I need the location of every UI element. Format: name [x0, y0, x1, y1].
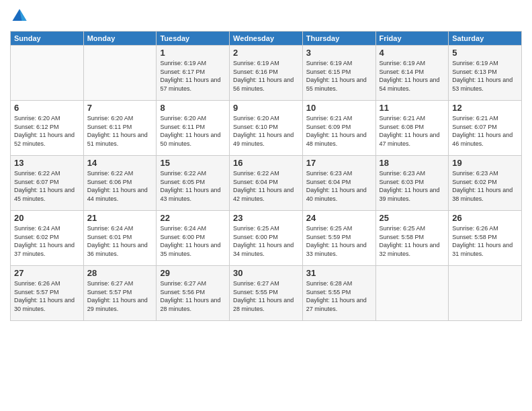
day-cell: 1Sunrise: 6:19 AMSunset: 6:17 PMDaylight…	[157, 46, 230, 101]
cell-info: Sunrise: 6:26 AMSunset: 5:57 PMDaylight:…	[14, 279, 80, 313]
day-number: 22	[160, 213, 226, 223]
week-row-4: 27Sunrise: 6:26 AMSunset: 5:57 PMDayligh…	[11, 266, 522, 321]
day-number: 27	[14, 268, 80, 278]
day-cell: 4Sunrise: 6:19 AMSunset: 6:14 PMDaylight…	[375, 46, 449, 101]
col-saturday: Saturday	[449, 32, 522, 46]
day-number: 1	[160, 48, 226, 58]
day-cell: 25Sunrise: 6:25 AMSunset: 5:58 PMDayligh…	[375, 211, 449, 266]
day-cell: 16Sunrise: 6:22 AMSunset: 6:04 PMDayligh…	[230, 156, 303, 211]
day-number: 10	[306, 103, 372, 113]
day-cell: 17Sunrise: 6:23 AMSunset: 6:04 PMDayligh…	[302, 156, 375, 211]
col-monday: Monday	[83, 32, 157, 46]
week-row-3: 20Sunrise: 6:24 AMSunset: 6:02 PMDayligh…	[11, 211, 522, 266]
cell-info: Sunrise: 6:23 AMSunset: 6:02 PMDaylight:…	[452, 169, 518, 203]
day-number: 11	[380, 103, 445, 113]
day-number: 3	[306, 48, 372, 58]
col-tuesday: Tuesday	[157, 32, 230, 46]
header	[10, 7, 522, 26]
day-cell: 30Sunrise: 6:27 AMSunset: 5:55 PMDayligh…	[230, 266, 303, 321]
day-cell	[11, 46, 84, 101]
day-cell: 31Sunrise: 6:28 AMSunset: 5:55 PMDayligh…	[302, 266, 375, 321]
day-cell: 26Sunrise: 6:26 AMSunset: 5:58 PMDayligh…	[449, 211, 522, 266]
col-thursday: Thursday	[302, 32, 375, 46]
week-row-2: 13Sunrise: 6:22 AMSunset: 6:07 PMDayligh…	[11, 156, 522, 211]
cell-info: Sunrise: 6:22 AMSunset: 6:07 PMDaylight:…	[14, 169, 80, 203]
logo-icon	[10, 7, 29, 26]
cell-info: Sunrise: 6:26 AMSunset: 5:58 PMDaylight:…	[452, 224, 518, 258]
day-cell	[375, 266, 449, 321]
day-cell: 10Sunrise: 6:21 AMSunset: 6:09 PMDayligh…	[302, 101, 375, 156]
day-cell: 12Sunrise: 6:21 AMSunset: 6:07 PMDayligh…	[449, 101, 522, 156]
day-cell: 28Sunrise: 6:27 AMSunset: 5:57 PMDayligh…	[83, 266, 157, 321]
header-row: Sunday Monday Tuesday Wednesday Thursday…	[11, 32, 522, 46]
day-number: 9	[233, 103, 299, 113]
cell-info: Sunrise: 6:23 AMSunset: 6:04 PMDaylight:…	[306, 169, 372, 203]
day-number: 4	[380, 48, 445, 58]
cell-info: Sunrise: 6:22 AMSunset: 6:04 PMDaylight:…	[233, 169, 299, 203]
day-number: 16	[233, 158, 299, 168]
day-cell: 6Sunrise: 6:20 AMSunset: 6:12 PMDaylight…	[11, 101, 84, 156]
day-number: 30	[233, 268, 299, 278]
cell-info: Sunrise: 6:27 AMSunset: 5:57 PMDaylight:…	[87, 279, 153, 313]
calendar-table: Sunday Monday Tuesday Wednesday Thursday…	[10, 31, 522, 321]
cell-info: Sunrise: 6:27 AMSunset: 5:55 PMDaylight:…	[233, 279, 299, 313]
day-number: 25	[380, 213, 445, 223]
day-number: 12	[452, 103, 518, 113]
cell-info: Sunrise: 6:20 AMSunset: 6:12 PMDaylight:…	[14, 114, 80, 148]
day-number: 7	[87, 103, 153, 113]
day-number: 20	[14, 213, 80, 223]
day-number: 26	[452, 213, 518, 223]
cell-info: Sunrise: 6:23 AMSunset: 6:03 PMDaylight:…	[380, 169, 445, 203]
cell-info: Sunrise: 6:24 AMSunset: 6:01 PMDaylight:…	[87, 224, 153, 258]
day-number: 29	[160, 268, 226, 278]
day-cell: 8Sunrise: 6:20 AMSunset: 6:11 PMDaylight…	[157, 101, 230, 156]
day-number: 17	[306, 158, 372, 168]
day-cell: 29Sunrise: 6:27 AMSunset: 5:56 PMDayligh…	[157, 266, 230, 321]
cell-info: Sunrise: 6:21 AMSunset: 6:09 PMDaylight:…	[306, 114, 372, 148]
day-cell: 2Sunrise: 6:19 AMSunset: 6:16 PMDaylight…	[230, 46, 303, 101]
cell-info: Sunrise: 6:25 AMSunset: 5:59 PMDaylight:…	[306, 224, 372, 258]
page: Sunday Monday Tuesday Wednesday Thursday…	[0, 0, 532, 411]
logo	[10, 7, 30, 26]
cell-info: Sunrise: 6:24 AMSunset: 6:02 PMDaylight:…	[14, 224, 80, 258]
cell-info: Sunrise: 6:22 AMSunset: 6:05 PMDaylight:…	[160, 169, 226, 203]
week-row-1: 6Sunrise: 6:20 AMSunset: 6:12 PMDaylight…	[11, 101, 522, 156]
day-cell: 13Sunrise: 6:22 AMSunset: 6:07 PMDayligh…	[11, 156, 84, 211]
day-cell: 24Sunrise: 6:25 AMSunset: 5:59 PMDayligh…	[302, 211, 375, 266]
day-number: 13	[14, 158, 80, 168]
day-number: 18	[380, 158, 445, 168]
day-number: 31	[306, 268, 372, 278]
day-cell: 22Sunrise: 6:24 AMSunset: 6:00 PMDayligh…	[157, 211, 230, 266]
day-cell: 15Sunrise: 6:22 AMSunset: 6:05 PMDayligh…	[157, 156, 230, 211]
day-number: 5	[452, 48, 518, 58]
day-number: 28	[87, 268, 153, 278]
cell-info: Sunrise: 6:22 AMSunset: 6:06 PMDaylight:…	[87, 169, 153, 203]
col-wednesday: Wednesday	[230, 32, 303, 46]
cell-info: Sunrise: 6:19 AMSunset: 6:15 PMDaylight:…	[306, 59, 372, 93]
day-cell: 19Sunrise: 6:23 AMSunset: 6:02 PMDayligh…	[449, 156, 522, 211]
cell-info: Sunrise: 6:20 AMSunset: 6:11 PMDaylight:…	[87, 114, 153, 148]
col-friday: Friday	[375, 32, 449, 46]
day-cell	[83, 46, 157, 101]
day-cell: 27Sunrise: 6:26 AMSunset: 5:57 PMDayligh…	[11, 266, 84, 321]
cell-info: Sunrise: 6:19 AMSunset: 6:14 PMDaylight:…	[380, 59, 445, 93]
cell-info: Sunrise: 6:20 AMSunset: 6:11 PMDaylight:…	[160, 114, 226, 148]
cell-info: Sunrise: 6:19 AMSunset: 6:16 PMDaylight:…	[233, 59, 299, 93]
cell-info: Sunrise: 6:19 AMSunset: 6:17 PMDaylight:…	[160, 59, 226, 93]
week-row-0: 1Sunrise: 6:19 AMSunset: 6:17 PMDaylight…	[11, 46, 522, 101]
cell-info: Sunrise: 6:21 AMSunset: 6:07 PMDaylight:…	[452, 114, 518, 148]
cell-info: Sunrise: 6:25 AMSunset: 6:00 PMDaylight:…	[233, 224, 299, 258]
day-cell: 18Sunrise: 6:23 AMSunset: 6:03 PMDayligh…	[375, 156, 449, 211]
day-cell: 9Sunrise: 6:20 AMSunset: 6:10 PMDaylight…	[230, 101, 303, 156]
day-number: 23	[233, 213, 299, 223]
col-sunday: Sunday	[11, 32, 84, 46]
day-number: 8	[160, 103, 226, 113]
cell-info: Sunrise: 6:25 AMSunset: 5:58 PMDaylight:…	[380, 224, 445, 258]
cell-info: Sunrise: 6:28 AMSunset: 5:55 PMDaylight:…	[306, 279, 372, 313]
day-cell: 11Sunrise: 6:21 AMSunset: 6:08 PMDayligh…	[375, 101, 449, 156]
day-cell	[449, 266, 522, 321]
day-number: 19	[452, 158, 518, 168]
day-number: 6	[14, 103, 80, 113]
cell-info: Sunrise: 6:27 AMSunset: 5:56 PMDaylight:…	[160, 279, 226, 313]
cell-info: Sunrise: 6:20 AMSunset: 6:10 PMDaylight:…	[233, 114, 299, 148]
